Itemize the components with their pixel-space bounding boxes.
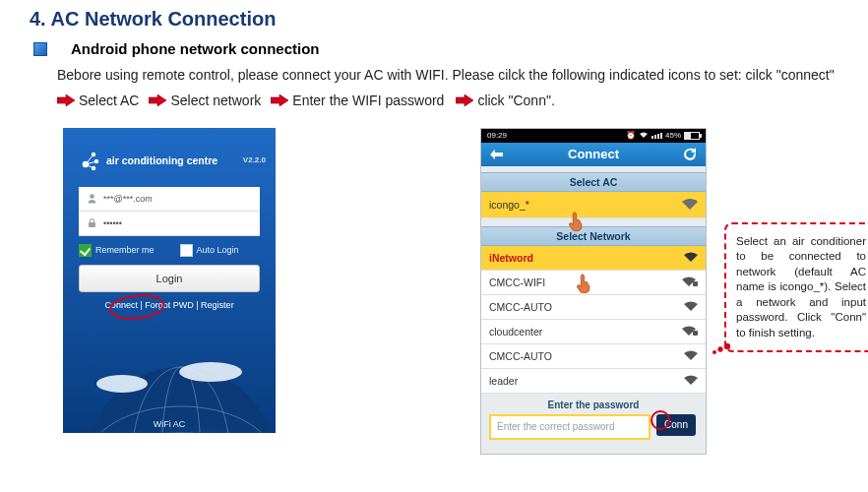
- svg-rect-21: [693, 281, 698, 286]
- step-text: Select network: [170, 92, 261, 108]
- arrow-right-icon: [456, 94, 473, 106]
- alarm-icon: ⏰: [626, 131, 636, 140]
- password-label: Enter the password: [489, 400, 698, 410]
- svg-point-7: [83, 160, 90, 167]
- network-list-item[interactable]: CMCC-AUTO: [481, 295, 706, 320]
- svg-marker-0: [57, 94, 75, 106]
- square-bullet-icon: [33, 42, 47, 56]
- refresh-icon[interactable]: [682, 147, 698, 162]
- wifi-lock-icon: [682, 326, 698, 337]
- email-field[interactable]: ***@***.com: [79, 187, 260, 212]
- connect-link[interactable]: Connect: [104, 300, 138, 310]
- ac-list-item[interactable]: icongo_*: [481, 192, 706, 218]
- svg-rect-12: [89, 222, 95, 227]
- sep: |: [194, 300, 201, 310]
- ac-name: icongo_*: [489, 199, 529, 211]
- step-text: Select AC: [79, 92, 139, 108]
- step-text: Enter the WIFI password: [292, 92, 444, 108]
- svg-marker-1: [149, 94, 166, 106]
- email-value: ***@***.com: [103, 194, 153, 204]
- network-list-item[interactable]: iNetword: [481, 246, 706, 271]
- bottom-links: Connect | Forgot PWD | Register: [79, 300, 260, 310]
- arrow-right-icon: [271, 94, 288, 106]
- network-list-item[interactable]: CMCC-WIFI: [481, 271, 706, 295]
- title-bar: Connect: [481, 143, 706, 166]
- svg-point-11: [90, 194, 94, 199]
- wifi-icon: [682, 199, 698, 211]
- logo-icon: [79, 150, 106, 171]
- remember-me-checkbox[interactable]: [79, 244, 92, 257]
- svg-point-19: [179, 362, 242, 382]
- network-name: CMCC-AUTO: [489, 301, 552, 313]
- highlight-circle-icon: [651, 410, 670, 430]
- network-name: leader: [489, 375, 518, 387]
- network-list-item[interactable]: cloudcenter: [481, 320, 706, 344]
- select-ac-label: Select AC: [481, 172, 706, 192]
- network-list-item[interactable]: leader: [481, 369, 706, 394]
- network-name: CMCC-AUTO: [489, 350, 552, 362]
- auto-login-checkbox[interactable]: [180, 244, 193, 257]
- network-name: iNetword: [489, 252, 533, 264]
- intro-text: Bebore using remote control, please conn…: [57, 65, 838, 87]
- subsection-row: Android phone network connection: [30, 40, 838, 57]
- user-icon: [87, 193, 97, 204]
- password-field[interactable]: ••••••: [79, 212, 260, 236]
- network-name: CMCC-WIFI: [489, 277, 545, 288]
- password-input[interactable]: Enter the correct password: [489, 414, 651, 440]
- register-link[interactable]: Register: [201, 300, 234, 310]
- section-heading: 4. AC Network Connection: [30, 8, 838, 31]
- battery-text: 45%: [665, 131, 681, 140]
- forgot-link[interactable]: Forgot PWD: [145, 300, 194, 310]
- arrow-right-icon: [57, 94, 75, 106]
- lock-icon: [87, 217, 97, 228]
- wifi-icon: [684, 252, 698, 263]
- brand-text: air conditioning centre: [106, 154, 217, 166]
- auto-login-label: Auto Login: [197, 245, 239, 255]
- subsection-heading: Android phone network connection: [71, 40, 320, 57]
- password-value: ••••••: [103, 218, 122, 228]
- battery-icon: [684, 132, 700, 140]
- wifi-icon: [684, 350, 698, 361]
- svg-marker-2: [271, 94, 288, 106]
- svg-point-23: [713, 350, 716, 354]
- version-text: V2.2.0: [243, 155, 266, 164]
- signal-icon: [651, 133, 662, 139]
- svg-point-8: [92, 152, 95, 155]
- wifi-ac-label: WiFi AC: [63, 419, 276, 429]
- arrow-right-icon: [149, 94, 166, 106]
- svg-point-18: [96, 375, 148, 393]
- status-bar: 09:29 ⏰ 45%: [481, 129, 706, 143]
- step-text: click "Conn".: [477, 92, 554, 108]
- connect-screenshot: 09:29 ⏰ 45% Connect: [480, 128, 707, 455]
- wifi-icon: [684, 375, 698, 386]
- svg-point-20: [693, 200, 697, 204]
- wifi-icon: [639, 131, 649, 141]
- svg-rect-22: [693, 331, 698, 336]
- svg-point-9: [94, 158, 98, 162]
- select-network-label: Select Network: [481, 226, 706, 246]
- network-name: cloudcenter: [489, 326, 542, 338]
- status-time: 09:29: [487, 131, 507, 140]
- login-button[interactable]: Login: [79, 265, 260, 292]
- svg-marker-3: [456, 94, 473, 106]
- svg-point-10: [92, 165, 95, 169]
- wifi-icon: [684, 301, 698, 312]
- brand-row: air conditioning centre V2.2.0: [79, 150, 276, 171]
- remember-label: Remember me: [95, 245, 155, 255]
- title-text: Connect: [568, 147, 619, 161]
- network-list-item[interactable]: CMCC-AUTO: [481, 344, 706, 369]
- svg-point-24: [717, 346, 722, 351]
- conn-button[interactable]: Conn: [656, 414, 696, 436]
- wifi-lock-icon: [682, 277, 698, 287]
- callout-box: Select an air conditioner to be connecte…: [724, 222, 868, 353]
- step-line: Select AC Select network Enter the WIFI …: [57, 92, 838, 108]
- back-icon[interactable]: [489, 148, 505, 161]
- login-screenshot: air conditioning centre V2.2.0 ***@***.c…: [63, 128, 276, 433]
